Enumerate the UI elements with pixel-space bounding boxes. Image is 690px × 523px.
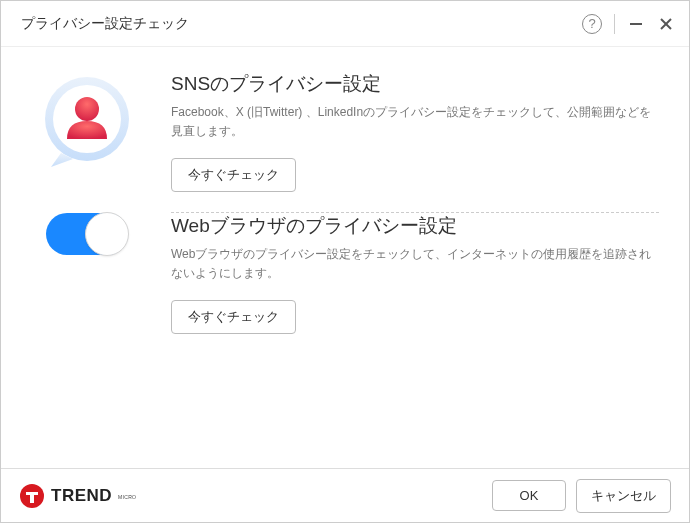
browser-check-button[interactable]: 今すぐチェック — [171, 300, 296, 334]
browser-heading: Webブラウザのプライバシー設定 — [171, 213, 659, 239]
person-bubble-icon — [37, 71, 137, 171]
browser-icon-col — [31, 213, 143, 334]
cancel-button[interactable]: キャンセル — [576, 479, 671, 513]
browser-toggle[interactable] — [46, 213, 128, 255]
sns-section: SNSのプライバシー設定 Facebook、X (旧Twitter) 、Link… — [31, 71, 659, 212]
brand-text: TREND — [51, 486, 112, 506]
brand-logo: TREND MICRO — [19, 483, 482, 509]
ok-button[interactable]: OK — [492, 480, 566, 511]
sns-icon-col — [31, 71, 143, 192]
window-title: プライバシー設定チェック — [21, 15, 582, 33]
close-icon[interactable] — [657, 15, 675, 33]
browser-section: Webブラウザのプライバシー設定 Webブラウザのプライバシー設定をチェックして… — [31, 213, 659, 354]
brand-subtext: MICRO — [118, 495, 136, 500]
sns-check-button[interactable]: 今すぐチェック — [171, 158, 296, 192]
content-area: SNSのプライバシー設定 Facebook、X (旧Twitter) 、Link… — [1, 47, 689, 468]
footer: TREND MICRO OK キャンセル — [1, 468, 689, 522]
svg-point-5 — [75, 97, 99, 121]
browser-text-col: Webブラウザのプライバシー設定 Webブラウザのプライバシー設定をチェックして… — [171, 213, 659, 334]
browser-description: Webブラウザのプライバシー設定をチェックして、インターネットの使用履歴を追跡さ… — [171, 245, 659, 282]
help-icon[interactable]: ? — [582, 14, 602, 34]
titlebar-controls: ? — [582, 14, 675, 34]
minimize-icon[interactable] — [627, 15, 645, 33]
toggle-knob — [85, 212, 129, 256]
titlebar-divider — [614, 14, 615, 34]
sns-description: Facebook、X (旧Twitter) 、LinkedInのプライバシー設定… — [171, 103, 659, 140]
sns-heading: SNSのプライバシー設定 — [171, 71, 659, 97]
titlebar: プライバシー設定チェック ? — [1, 1, 689, 47]
trend-logo-icon — [19, 483, 45, 509]
sns-text-col: SNSのプライバシー設定 Facebook、X (旧Twitter) 、Link… — [171, 71, 659, 192]
